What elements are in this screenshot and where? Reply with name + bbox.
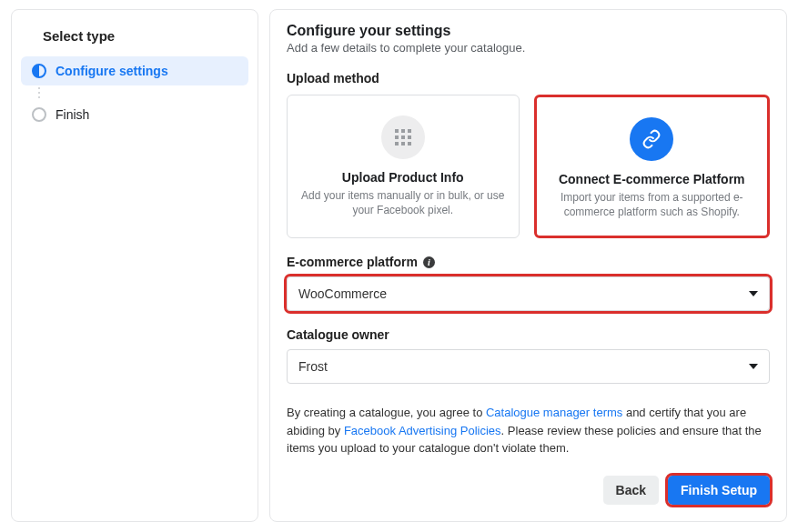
svg-rect-1: [401, 129, 405, 133]
upload-method-cards: Upload Product Info Add your items manua…: [287, 95, 770, 238]
back-button[interactable]: Back: [603, 476, 659, 505]
svg-rect-2: [408, 129, 411, 133]
card-desc: Add your items manually or in bulk, or u…: [300, 188, 506, 217]
ecommerce-platform-select[interactable]: WooCommerce: [287, 276, 770, 311]
grid-icon: [381, 115, 425, 159]
catalogue-owner-label: Catalogue owner: [287, 327, 770, 342]
button-row: Back Finish Setup: [287, 476, 770, 505]
sidebar: Select type Configure settings Finish: [11, 9, 258, 522]
step-connector: [21, 87, 248, 98]
step-label: Configure settings: [56, 64, 168, 78]
select-value: Frost: [298, 359, 328, 374]
empty-circle-icon: [32, 107, 46, 122]
svg-rect-6: [395, 142, 399, 146]
upload-method-label: Upload method: [287, 71, 770, 85]
half-circle-icon: [32, 64, 46, 78]
svg-rect-5: [408, 136, 411, 139]
card-connect-ecommerce[interactable]: Connect E-commerce Platform Import your …: [534, 95, 771, 238]
sidebar-title: Select type: [21, 23, 248, 56]
step-configure-settings[interactable]: Configure settings: [21, 56, 248, 85]
svg-rect-3: [395, 136, 399, 139]
agreement-text: By creating a catalogue, you agree to Ca…: [287, 404, 770, 457]
chevron-down-icon: [749, 364, 758, 369]
select-value: WooCommerce: [298, 286, 387, 301]
main-panel: Configure your settings Add a few detail…: [269, 9, 787, 522]
info-icon[interactable]: i: [423, 256, 435, 268]
step-finish[interactable]: Finish: [21, 100, 248, 129]
link-catalogue-manager-terms[interactable]: Catalogue manager terms: [486, 406, 622, 419]
card-title: Upload Product Info: [300, 170, 506, 185]
svg-rect-8: [408, 142, 411, 146]
svg-rect-7: [401, 142, 405, 146]
catalogue-owner-select[interactable]: Frost: [287, 349, 770, 384]
svg-rect-0: [395, 129, 399, 133]
link-icon: [630, 117, 673, 161]
card-desc: Import your items from a supported e-com…: [550, 190, 755, 219]
page-title: Configure your settings: [287, 23, 770, 39]
card-upload-product-info[interactable]: Upload Product Info Add your items manua…: [287, 95, 520, 238]
ecommerce-platform-label: E-commerce platform i: [287, 255, 770, 269]
page-subtitle: Add a few details to complete your catal…: [287, 41, 770, 55]
step-label: Finish: [56, 107, 89, 122]
chevron-down-icon: [749, 291, 758, 296]
card-title: Connect E-commerce Platform: [550, 172, 755, 186]
svg-rect-4: [401, 136, 405, 139]
link-facebook-advertising-policies[interactable]: Facebook Advertising Policies: [344, 424, 501, 437]
finish-setup-button[interactable]: Finish Setup: [668, 476, 770, 505]
